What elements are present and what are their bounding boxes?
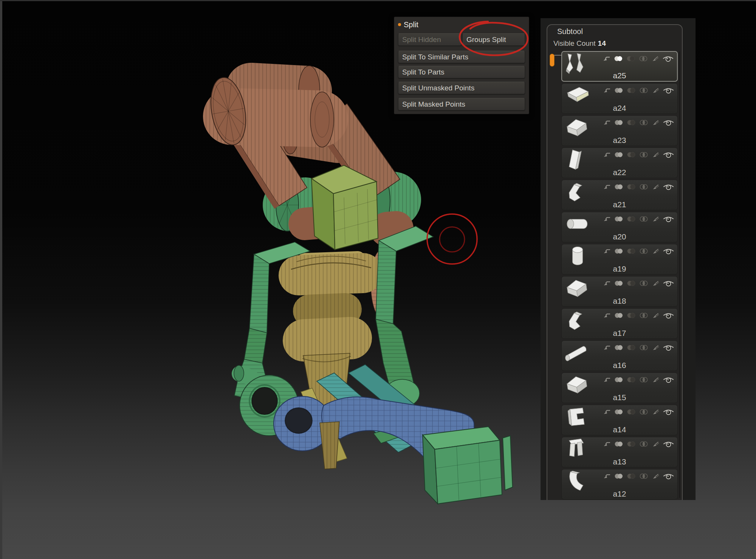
visibility-eye-icon[interactable] xyxy=(663,184,674,190)
remesh-difference-icon[interactable] xyxy=(627,152,636,158)
remesh-intersection-icon[interactable] xyxy=(639,473,648,479)
remesh-union-icon[interactable] xyxy=(614,345,623,351)
copy-down-arrow-icon[interactable] xyxy=(603,377,611,382)
remesh-difference-icon[interactable] xyxy=(627,345,636,351)
subtool-row-a20[interactable]: a20 xyxy=(561,212,678,242)
polypaint-brush-icon[interactable] xyxy=(652,248,659,254)
remesh-union-icon[interactable] xyxy=(614,280,623,286)
copy-down-arrow-icon[interactable] xyxy=(603,281,611,286)
copy-down-arrow-icon[interactable] xyxy=(603,441,611,447)
remesh-intersection-icon[interactable] xyxy=(639,87,648,93)
remesh-union-icon[interactable] xyxy=(614,473,623,479)
copy-down-arrow-icon[interactable] xyxy=(603,56,610,61)
copy-down-arrow-icon[interactable] xyxy=(603,474,611,479)
remesh-difference-icon[interactable] xyxy=(627,377,636,383)
remesh-intersection-icon[interactable] xyxy=(639,280,648,286)
remesh-union-icon[interactable] xyxy=(614,441,623,447)
remesh-union-icon[interactable] xyxy=(614,152,623,158)
subtool-row-a12[interactable]: a12 xyxy=(561,469,678,500)
polypaint-brush-icon[interactable] xyxy=(652,216,659,222)
remesh-difference-icon[interactable] xyxy=(627,248,636,254)
remesh-union-icon[interactable] xyxy=(614,56,623,62)
remesh-difference-icon[interactable] xyxy=(627,120,636,126)
remesh-intersection-icon[interactable] xyxy=(639,312,648,318)
polypaint-brush-icon[interactable] xyxy=(652,88,659,93)
subtool-row-a13[interactable]: a13 xyxy=(561,437,678,467)
remesh-union-icon[interactable] xyxy=(614,184,623,190)
remesh-union-icon[interactable] xyxy=(614,248,623,254)
remesh-difference-icon[interactable] xyxy=(626,56,635,62)
copy-down-arrow-icon[interactable] xyxy=(603,345,611,350)
remesh-intersection-icon[interactable] xyxy=(639,216,648,222)
subtool-row-a24[interactable]: a24 xyxy=(561,83,678,114)
polypaint-brush-icon[interactable] xyxy=(652,281,659,286)
copy-down-arrow-icon[interactable] xyxy=(603,152,611,157)
polypaint-brush-icon[interactable] xyxy=(652,474,659,479)
polypaint-brush-icon[interactable] xyxy=(652,184,659,189)
split-to-parts-button[interactable]: Split To Parts xyxy=(398,66,525,78)
remesh-union-icon[interactable] xyxy=(614,409,623,415)
visibility-eye-icon[interactable] xyxy=(663,377,674,383)
subtool-row-a17[interactable]: a17 xyxy=(561,308,678,339)
remesh-intersection-icon[interactable] xyxy=(639,120,648,126)
visibility-eye-icon[interactable] xyxy=(663,120,674,126)
split-hidden-button[interactable]: Split Hidden xyxy=(398,33,462,46)
polypaint-brush-icon[interactable] xyxy=(652,377,659,382)
visibility-eye-icon[interactable] xyxy=(663,473,674,480)
remesh-intersection-icon[interactable] xyxy=(639,152,648,158)
remesh-difference-icon[interactable] xyxy=(627,312,636,318)
visibility-eye-icon[interactable] xyxy=(663,312,674,319)
visibility-eye-icon[interactable] xyxy=(663,280,674,287)
visibility-eye-icon[interactable] xyxy=(663,216,674,222)
polypaint-brush-icon[interactable] xyxy=(651,56,659,61)
split-masked-points-button[interactable]: Split Masked Points xyxy=(398,98,525,110)
remesh-union-icon[interactable] xyxy=(614,377,623,383)
copy-down-arrow-icon[interactable] xyxy=(603,248,611,254)
subtool-row-a16[interactable]: a16 xyxy=(561,340,678,371)
remesh-intersection-icon[interactable] xyxy=(639,409,648,415)
remesh-difference-icon[interactable] xyxy=(627,473,636,479)
remesh-intersection-icon[interactable] xyxy=(639,441,648,447)
split-to-similar-parts-button[interactable]: Split To Similar Parts xyxy=(398,51,525,63)
remesh-union-icon[interactable] xyxy=(614,216,623,222)
remesh-difference-icon[interactable] xyxy=(627,280,636,286)
visibility-eye-icon[interactable] xyxy=(663,87,674,94)
subtool-row-a25[interactable]: a25 xyxy=(561,51,678,82)
copy-down-arrow-icon[interactable] xyxy=(603,313,611,318)
copy-down-arrow-icon[interactable] xyxy=(603,409,611,415)
copy-down-arrow-icon[interactable] xyxy=(603,120,611,125)
polypaint-brush-icon[interactable] xyxy=(652,313,659,318)
subtool-scrollbar-thumb[interactable] xyxy=(550,54,555,67)
subtool-row-a15[interactable]: a15 xyxy=(561,373,678,403)
copy-down-arrow-icon[interactable] xyxy=(603,184,611,189)
remesh-difference-icon[interactable] xyxy=(627,441,636,447)
subtool-row-a18[interactable]: a18 xyxy=(561,276,678,307)
visibility-eye-icon[interactable] xyxy=(663,409,674,415)
remesh-intersection-icon[interactable] xyxy=(639,56,648,62)
subtool-row-a19[interactable]: a19 xyxy=(561,244,678,275)
polypaint-brush-icon[interactable] xyxy=(652,152,659,157)
visibility-eye-icon[interactable] xyxy=(663,441,674,447)
remesh-intersection-icon[interactable] xyxy=(639,345,648,351)
remesh-difference-icon[interactable] xyxy=(627,216,636,222)
visibility-eye-icon[interactable] xyxy=(663,345,674,351)
polypaint-brush-icon[interactable] xyxy=(652,409,659,415)
subtool-row-a23[interactable]: a23 xyxy=(561,115,678,146)
remesh-difference-icon[interactable] xyxy=(627,87,636,93)
groups-split-button[interactable]: Groups Split xyxy=(462,33,525,46)
remesh-difference-icon[interactable] xyxy=(627,184,636,190)
visibility-eye-icon[interactable] xyxy=(663,152,674,158)
remesh-union-icon[interactable] xyxy=(614,120,623,126)
subtool-row-a22[interactable]: a22 xyxy=(561,148,678,178)
polypaint-brush-icon[interactable] xyxy=(652,441,659,447)
subtool-row-a14[interactable]: a14 xyxy=(561,405,678,435)
visibility-eye-icon[interactable] xyxy=(662,56,674,62)
remesh-intersection-icon[interactable] xyxy=(639,184,648,190)
subtool-row-a21[interactable]: a21 xyxy=(561,180,678,210)
remesh-union-icon[interactable] xyxy=(614,87,623,93)
split-unmasked-points-button[interactable]: Split Unmasked Points xyxy=(398,82,525,94)
visibility-eye-icon[interactable] xyxy=(663,248,674,255)
remesh-intersection-icon[interactable] xyxy=(639,377,648,383)
copy-down-arrow-icon[interactable] xyxy=(603,216,611,222)
remesh-union-icon[interactable] xyxy=(614,312,623,318)
